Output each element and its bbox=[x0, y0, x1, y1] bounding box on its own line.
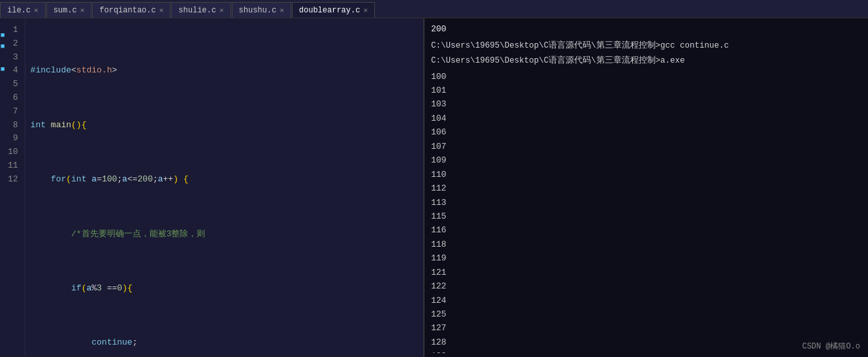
tab-shushu-label: shushu.c bbox=[239, 6, 277, 15]
indicator-11 bbox=[0, 133, 5, 145]
out-104: 104 bbox=[431, 112, 446, 125]
out-107: 107 bbox=[431, 140, 446, 153]
out-103: 103 bbox=[431, 97, 446, 111]
code-area[interactable]: #include<stdio.h> int main(){ for(int a=… bbox=[25, 18, 423, 357]
out-100: 100 bbox=[431, 70, 446, 84]
tab-doublearray-close[interactable]: ✕ bbox=[363, 6, 368, 14]
tab-sum-close[interactable]: ✕ bbox=[80, 6, 85, 14]
tab-forqiantao-label: forqiantao.c bbox=[99, 6, 155, 15]
code-line-6: continue; bbox=[31, 336, 418, 350]
line-num-12: 12 bbox=[8, 173, 22, 187]
line-numbers: 1 2 3 4 5 6 7 8 9 10 11 12 bbox=[5, 18, 25, 357]
tab-shulie-close[interactable]: ✕ bbox=[219, 6, 224, 14]
tab-shulie-label: shulie.c bbox=[178, 6, 216, 15]
tab-shushu[interactable]: shushu.c ✕ bbox=[232, 2, 291, 18]
terminal-cmd1: C:\Users\19695\Desktop\C语言源代码\第三章流程控制>gc… bbox=[431, 39, 861, 53]
indicator-8 bbox=[0, 99, 5, 110]
line-num-2: 2 bbox=[8, 37, 22, 51]
terminal-header: 200 bbox=[431, 22, 861, 37]
tab-sum[interactable]: sum.c ✕ bbox=[46, 2, 92, 18]
line-num-5: 5 bbox=[8, 78, 22, 91]
tab-forqiantao-close[interactable]: ✕ bbox=[159, 6, 164, 14]
indicator-2: ■ bbox=[0, 30, 5, 42]
indicator-column: ■ ■ ■ bbox=[0, 18, 5, 357]
code-line-2: int main(){ bbox=[31, 119, 418, 132]
tab-forqiantao[interactable]: forqiantao.c ✕ bbox=[92, 2, 170, 18]
tab-bar: ile.c ✕ sum.c ✕ forqiantao.c ✕ shulie.c … bbox=[0, 0, 868, 18]
out-128: 128 bbox=[431, 335, 446, 349]
tab-doublearray-label: doublearray.c bbox=[299, 6, 361, 15]
terminal-panel: 200 C:\Users\19695\Desktop\C语言源代码\第三章流程控… bbox=[425, 18, 868, 357]
tab-ile[interactable]: ile.c ✕ bbox=[0, 2, 46, 18]
line-num-11: 11 bbox=[8, 159, 22, 173]
indicator-3: ■ bbox=[0, 41, 5, 53]
out-118: 118 bbox=[431, 238, 446, 251]
tab-sum-label: sum.c bbox=[54, 6, 77, 15]
tab-shushu-close[interactable]: ✕ bbox=[280, 6, 284, 14]
code-line-1: #include<stdio.h> bbox=[31, 64, 418, 78]
out-116: 116 bbox=[431, 223, 446, 237]
line-num-1: 1 bbox=[8, 23, 22, 37]
indicator-7 bbox=[0, 87, 5, 99]
editor-panel: ■ ■ ■ 1 2 3 4 5 6 7 8 9 10 11 12 bbox=[0, 18, 425, 357]
output-numbers: 100 101 103 104 106 107 109 110 112 113 … bbox=[431, 70, 446, 353]
indicator-6 bbox=[0, 76, 5, 87]
indicator-1 bbox=[0, 18, 5, 30]
out-125: 125 bbox=[431, 307, 446, 321]
terminal-cmd2: C:\Users\19695\Desktop\C语言源代码\第三章流程控制>a.… bbox=[431, 54, 861, 68]
out-113: 113 bbox=[431, 196, 446, 210]
out-122: 122 bbox=[431, 279, 446, 293]
indicator-9 bbox=[0, 110, 5, 122]
out-109: 109 bbox=[431, 153, 446, 167]
terminal-output: 100 101 103 104 106 107 109 110 112 113 … bbox=[431, 70, 861, 353]
line-num-8: 8 bbox=[8, 119, 22, 132]
out-106: 106 bbox=[431, 125, 446, 139]
line-num-10: 10 bbox=[8, 146, 22, 159]
tab-doublearray[interactable]: doublearray.c ✕ bbox=[292, 2, 375, 18]
out-112: 112 bbox=[431, 181, 446, 195]
indicator-4 bbox=[0, 53, 5, 65]
code-line-5: if(a%3 ==0){ bbox=[31, 282, 418, 296]
out-110: 110 bbox=[431, 168, 446, 181]
out-124: 124 bbox=[431, 294, 446, 307]
indicator-5: ■ bbox=[0, 64, 5, 76]
indicator-12 bbox=[0, 145, 5, 157]
tab-shulie[interactable]: shulie.c ✕ bbox=[171, 2, 231, 18]
main-area: ■ ■ ■ 1 2 3 4 5 6 7 8 9 10 11 12 bbox=[0, 18, 868, 357]
out-101: 101 bbox=[431, 84, 446, 97]
out-121: 121 bbox=[431, 266, 446, 279]
tab-ile-close[interactable]: ✕ bbox=[34, 6, 39, 14]
tab-ile-label: ile.c bbox=[7, 6, 31, 15]
line-num-9: 9 bbox=[8, 132, 22, 146]
line-num-6: 6 bbox=[8, 91, 22, 105]
code-line-3: for(int a=100;a<=200;a++) { bbox=[31, 173, 418, 187]
out-130: 130 bbox=[431, 349, 446, 353]
code-line-4: /*首先要明确一点，能被3整除，则 bbox=[31, 228, 418, 241]
out-115: 115 bbox=[431, 210, 446, 223]
line-num-7: 7 bbox=[8, 105, 22, 119]
out-119: 119 bbox=[431, 251, 446, 265]
watermark: CSDN @橘猫O.o bbox=[802, 340, 860, 353]
out-127: 127 bbox=[431, 321, 446, 335]
line-num-3: 3 bbox=[8, 51, 22, 65]
line-num-4: 4 bbox=[8, 64, 22, 78]
indicator-10 bbox=[0, 121, 5, 133]
